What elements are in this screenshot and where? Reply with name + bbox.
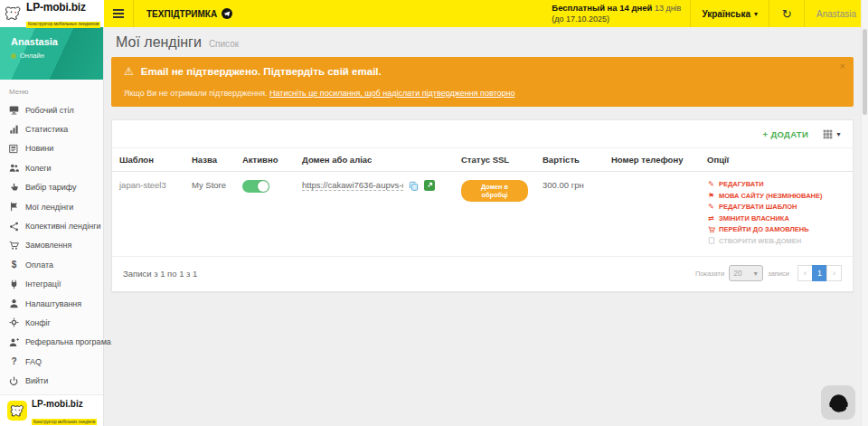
option-edit-template[interactable]: ✎ РЕДАГУВАТИ ШАБЛОН [707, 203, 845, 211]
chevron-down-icon: ▼ [752, 270, 759, 277]
document-icon [707, 237, 715, 244]
scrollbar-thumb[interactable] [863, 29, 867, 115]
vertical-scrollbar[interactable] [861, 0, 868, 426]
online-status-label: Онлайн [20, 52, 44, 60]
entries-label: записи [768, 270, 789, 278]
resend-confirmation-link[interactable]: Натисніть це посилання, щоб надіслати пі… [269, 89, 514, 98]
dog-logo-icon [7, 401, 27, 421]
next-page-button[interactable]: › [826, 265, 842, 281]
chevron-down-icon: ▾ [754, 10, 758, 18]
landings-card: + ДОДАТИ ▼ Шаблон Назва Активно [111, 119, 854, 292]
language-label: Українська [702, 9, 750, 19]
refresh-button[interactable]: ↻ [769, 0, 804, 27]
sidebar-item-colleagues[interactable]: Колеги [0, 158, 103, 177]
menu-section-label: Меню [0, 80, 103, 100]
sidebar-item-settings[interactable]: Налаштування [0, 294, 103, 313]
email-warning-banner: ⚠ Email не підтверджено. Підтвердіть сві… [111, 57, 854, 107]
landings-icon [9, 202, 19, 212]
language-selector[interactable]: Українська ▾ [691, 0, 769, 27]
sidebar-item-collective-landings[interactable]: Колективні лендінги [0, 216, 103, 235]
sidebar-item-news[interactable]: Новини [0, 139, 103, 158]
view-mode-button[interactable]: ▼ [823, 129, 842, 139]
edit-icon: ✎ [707, 203, 715, 211]
close-icon[interactable]: × [840, 62, 845, 71]
refresh-icon: ↻ [782, 7, 792, 21]
page-header: Мої лендінги Список [104, 27, 861, 57]
records-summary: Записи з 1 по 1 з 1 [123, 269, 197, 279]
pagination: ‹ 1 › [797, 265, 842, 281]
user-icon [9, 298, 19, 308]
edit-icon: ✎ [707, 180, 715, 188]
brand-logo[interactable]: LP-mobi.biz Конструктор мобильных лендин… [0, 0, 104, 27]
share-icon [9, 222, 19, 232]
option-edit[interactable]: ✎ РЕДАГУВАТИ [707, 180, 845, 188]
sidebar-username: Anastasia [11, 36, 92, 47]
per-page-select[interactable]: 20 ▼ [729, 265, 763, 281]
sidebar: Anastasia Онлайн Меню Робочий стіл Стати… [0, 27, 104, 426]
gears-icon [9, 317, 19, 327]
question-icon: ? [9, 356, 19, 366]
banner-message: Якщо Ви не отримали підтвердження. [124, 89, 268, 98]
main-content: Мої лендінги Список ⚠ Email не підтвердж… [104, 27, 861, 426]
banner-title: Email не підтверджено. Підтвердіть свій … [141, 66, 382, 77]
cell-price: 300.00 грн [535, 172, 604, 257]
sidebar-item-dashboard[interactable]: Робочий стіл [0, 100, 103, 119]
col-template: Шаблон [112, 148, 184, 172]
footer-brand-name: LP-mobi.biz [32, 399, 83, 409]
topbar-username[interactable]: Anastasia [805, 0, 868, 27]
sidebar-item-statistics[interactable]: Статистика [0, 119, 103, 138]
copy-icon[interactable] [409, 181, 419, 191]
add-button[interactable]: + ДОДАТИ [763, 129, 808, 139]
active-toggle[interactable] [242, 180, 269, 193]
sidebar-item-logout[interactable]: Вийти [0, 371, 103, 390]
trial-days-left: 13 днів [655, 4, 682, 13]
sidebar-item-faq[interactable]: ? FAQ [0, 352, 103, 371]
sidebar-item-orders[interactable]: Замовлення [0, 236, 103, 255]
show-label: Показати [695, 270, 724, 278]
prev-page-button[interactable]: ‹ [797, 265, 813, 281]
brand-tagline: Конструктор мобильных лендингов [26, 22, 100, 28]
domain-link[interactable]: https://cakawi7636-aupvs-com-42 [302, 180, 403, 191]
cell-name: My Store [184, 172, 235, 257]
support-button[interactable]: ТЕХПІДТРИМКА [134, 0, 245, 27]
option-change-owner[interactable]: ⇄ ЗМІНИТИ ВЛАСНИКА [707, 214, 845, 222]
external-link-icon[interactable] [424, 180, 435, 191]
option-go-to-orders[interactable]: ПЕРЕЙТИ ДО ЗАМОВЛЕНЬ [707, 225, 845, 233]
sidebar-item-my-landings[interactable]: Мої лендінги [0, 197, 103, 216]
sidebar-footer-logo[interactable]: LP-mobi.biz Конструктор мобільних лендін… [0, 394, 103, 426]
col-phone: Номер телефону [604, 148, 700, 172]
cart-icon [9, 241, 19, 251]
page-title: Мої лендінги [116, 34, 202, 51]
headset-icon [826, 391, 851, 415]
sidebar-toggle-button[interactable] [104, 0, 133, 27]
support-label: ТЕХПІДТРИМКА [146, 9, 217, 19]
support-chat-widget[interactable] [821, 385, 855, 420]
sidebar-item-referral[interactable]: Реферальна програма [0, 333, 103, 352]
table-header-row: Шаблон Назва Активно Домен або аліас Ста… [112, 148, 853, 172]
plus-icon: + [763, 129, 769, 139]
online-status-dot [11, 53, 16, 59]
cell-ssl: Домен в обробці [454, 172, 535, 257]
sidebar-item-payment[interactable]: $ Оплата [0, 255, 103, 274]
breadcrumb: Список [209, 39, 239, 49]
landings-table: Шаблон Назва Активно Домен або аліас Ста… [112, 147, 853, 257]
cell-active [235, 172, 295, 257]
col-ssl: Статус SSL [454, 148, 535, 172]
sidebar-menu: Робочий стіл Статистика Новини Колеги Ви… [0, 100, 103, 391]
table-footer: Записи з 1 по 1 з 1 Показати 20 ▼ записи… [112, 257, 853, 291]
sidebar-item-tariff[interactable]: Вибір тарифу [0, 178, 103, 197]
table-toolbar: + ДОДАТИ ▼ [112, 120, 853, 147]
col-domain: Домен або аліас [295, 148, 454, 172]
warning-icon: ⚠ [124, 65, 134, 78]
sidebar-item-integrations[interactable]: Інтеграції [0, 275, 103, 294]
stats-icon [9, 125, 19, 135]
option-site-language[interactable]: ⚑ МОВА САЙТУ (НЕЗМІНЮВАНЕ) [707, 192, 845, 200]
swap-icon: ⇄ [707, 214, 715, 222]
sidebar-item-config[interactable]: Конфіг [0, 313, 103, 332]
page-1-button[interactable]: 1 [812, 265, 827, 281]
topbar: LP-mobi.biz Конструктор мобильных лендин… [0, 0, 868, 27]
trial-plan: Бесплатный на 14 дней [552, 3, 652, 13]
dollar-icon: $ [9, 260, 19, 270]
option-create-web-domain: СТВОРИТИ WEB-ДОМЕН [707, 237, 845, 245]
plug-icon [9, 279, 19, 289]
